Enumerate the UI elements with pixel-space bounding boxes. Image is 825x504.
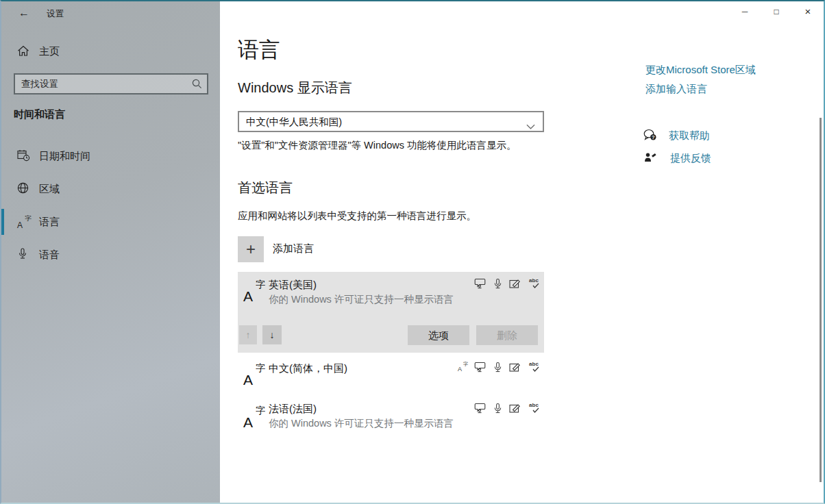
app-title: 设置 xyxy=(47,8,64,20)
add-language-button[interactable]: + xyxy=(238,236,264,262)
add-input-language-link[interactable]: 添加输入语言 xyxy=(645,83,707,96)
main-content: ─ □ × 语言 Windows 显示语言 中文(中华人民共和国) "设置"和"… xyxy=(220,1,824,503)
capability-icons: A字 xyxy=(458,362,540,376)
move-buttons-row: ↑ ↓ 选项 删除 xyxy=(238,325,544,345)
change-store-region-link[interactable]: 更改Microsoft Store区域 xyxy=(645,64,756,77)
get-help-label: 获取帮助 xyxy=(669,129,710,142)
speech-recognition-icon xyxy=(493,278,503,292)
sidebar-item-language[interactable]: A字 语言 xyxy=(1,212,220,233)
sidebar-item-region[interactable]: 区域 xyxy=(1,179,220,200)
help-bubble-icon: ? xyxy=(643,129,658,144)
microphone-icon xyxy=(17,248,28,262)
settings-window: ← 设置 主页 时间和语言 xyxy=(0,0,825,504)
handwriting-icon xyxy=(509,278,521,292)
dropdown-selected-value: 中文(中华人民共和国) xyxy=(246,116,342,129)
text-to-speech-icon xyxy=(474,403,487,416)
minimize-button[interactable]: ─ xyxy=(729,1,761,22)
feedback-person-icon xyxy=(644,151,657,166)
capability-icons: abc xyxy=(474,403,540,417)
move-down-button[interactable]: ↓ xyxy=(262,325,282,344)
speech-recognition-icon xyxy=(493,403,503,417)
language-icon: A字 xyxy=(243,405,265,429)
handwriting-icon xyxy=(509,403,521,416)
sidebar-section-title: 时间和语言 xyxy=(14,108,65,121)
speech-recognition-icon xyxy=(493,362,503,376)
home-icon xyxy=(17,45,29,60)
sidebar-item-label: 日期和时间 xyxy=(39,150,90,163)
settings-search-box xyxy=(14,73,208,94)
sidebar-item-speech[interactable]: 语音 xyxy=(1,245,220,266)
close-button[interactable]: × xyxy=(792,1,824,22)
handwriting-icon xyxy=(509,362,521,375)
chevron-down-icon xyxy=(526,120,535,132)
preferred-languages-description: 应用和网站将以列表中受支持的第一种语言进行显示。 xyxy=(238,210,476,223)
spellcheck-icon: abc xyxy=(528,403,540,413)
language-name: 中文(简体，中国) xyxy=(269,362,347,375)
display-language-dropdown[interactable]: 中文(中华人民共和国) xyxy=(238,111,544,132)
language-note: 你的 Windows 许可证只支持一种显示语言 xyxy=(269,417,454,430)
display-language-description: "设置"和"文件资源管理器"等 Windows 功能将使用此语言显示。 xyxy=(238,139,516,152)
sidebar-item-home[interactable]: 主页 xyxy=(1,42,220,62)
sidebar-item-date-time[interactable]: 日期和时间 xyxy=(1,147,220,167)
preferred-languages-heading: 首选语言 xyxy=(238,179,293,197)
language-name: 英语(美国) xyxy=(269,279,317,292)
sidebar: ← 设置 主页 时间和语言 xyxy=(1,1,220,503)
maximize-button[interactable]: □ xyxy=(761,1,792,22)
search-input[interactable] xyxy=(15,75,190,93)
svg-text:?: ? xyxy=(652,134,655,140)
sidebar-home-label: 主页 xyxy=(39,45,60,58)
page-title: 语言 xyxy=(238,36,280,64)
scrollbar-thumb[interactable] xyxy=(820,118,822,482)
display-language-heading: Windows 显示语言 xyxy=(238,79,352,97)
spellcheck-icon: abc xyxy=(528,278,540,288)
language-entry-english[interactable]: A字 英语(美国) 你的 Windows 许可证只支持一种显示语言 xyxy=(238,272,544,353)
selected-item-indicator xyxy=(1,209,4,235)
language-entry-chinese[interactable]: A字 中文(简体，中国) A字 xyxy=(238,357,544,388)
language-note: 你的 Windows 许可证只支持一种显示语言 xyxy=(269,293,454,306)
sidebar-item-label: 语音 xyxy=(39,249,60,262)
language-entry-french[interactable]: A字 法语(法国) 你的 Windows 许可证只支持一种显示语言 xyxy=(238,398,544,440)
down-arrow-icon: ↓ xyxy=(270,329,275,340)
language-icon: A字 xyxy=(243,279,265,303)
language-icon: A字 xyxy=(243,363,265,387)
remove-button[interactable]: 删除 xyxy=(476,325,538,345)
add-language-label: 添加语言 xyxy=(273,242,314,255)
text-to-speech-icon xyxy=(474,362,487,375)
send-feedback-label: 提供反馈 xyxy=(670,152,711,165)
sidebar-item-label: 区域 xyxy=(39,183,60,196)
move-up-button[interactable]: ↑ xyxy=(239,325,257,344)
back-arrow-icon: ← xyxy=(19,7,29,18)
language-name: 法语(法国) xyxy=(269,403,317,416)
up-arrow-icon: ↑ xyxy=(246,329,251,340)
search-icon[interactable] xyxy=(192,79,202,92)
text-to-speech-icon xyxy=(474,278,487,292)
window-controls: ─ □ × xyxy=(729,1,824,22)
display-language-icon: A字 xyxy=(458,362,468,373)
calendar-clock-icon xyxy=(17,149,30,164)
plus-icon: + xyxy=(246,240,256,258)
capability-icons: abc xyxy=(474,278,540,292)
globe-icon xyxy=(17,182,29,197)
sidebar-item-label: 语言 xyxy=(39,216,60,229)
spellcheck-icon: abc xyxy=(528,362,540,372)
back-button[interactable]: ← xyxy=(16,5,32,21)
language-icon: A字 xyxy=(17,215,32,229)
options-button[interactable]: 选项 xyxy=(408,325,469,345)
